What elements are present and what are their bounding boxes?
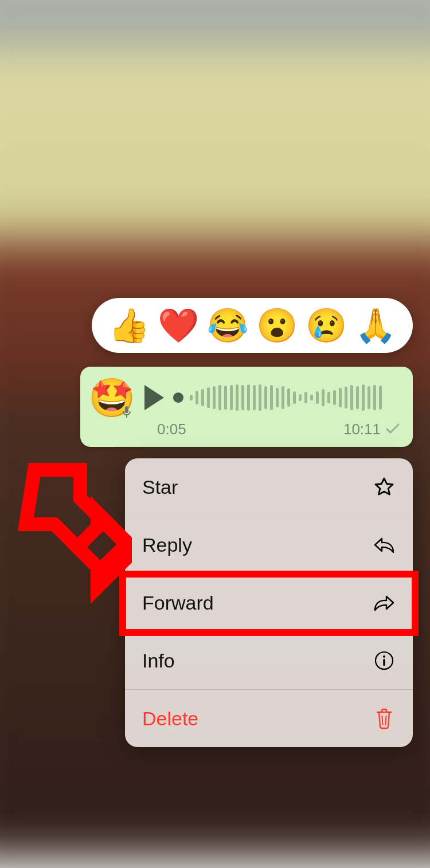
- menu-item-label: Star: [142, 476, 178, 498]
- menu-item-label: Reply: [142, 534, 192, 556]
- play-button[interactable]: [144, 385, 164, 410]
- reaction-thumbs-up[interactable]: 👍: [108, 309, 150, 342]
- svg-marker-7: [77, 513, 132, 587]
- menu-item-label: Forward: [142, 592, 214, 614]
- message-timestamp: 10:11: [343, 421, 381, 438]
- sender-avatar: 🤩: [88, 379, 135, 417]
- annotation-arrow: [11, 458, 132, 607]
- playhead-dot: [173, 392, 183, 403]
- reaction-crying[interactable]: 😢: [306, 309, 347, 342]
- svg-rect-4: [383, 659, 385, 666]
- trash-icon: [373, 707, 396, 730]
- menu-item-star[interactable]: Star: [125, 458, 413, 516]
- menu-item-label: Delete: [142, 708, 198, 730]
- svg-line-5: [382, 716, 383, 725]
- reaction-laughing[interactable]: 😂: [207, 309, 248, 342]
- delivery-check-icon: [385, 421, 400, 438]
- menu-item-info[interactable]: Info: [125, 632, 413, 690]
- menu-item-forward[interactable]: Forward: [125, 574, 413, 632]
- audio-waveform[interactable]: [173, 380, 400, 415]
- svg-point-3: [383, 655, 385, 658]
- reaction-heart[interactable]: ❤️: [158, 309, 199, 342]
- reply-icon: [373, 533, 396, 556]
- voice-message-bubble[interactable]: 🤩: [80, 367, 413, 447]
- voice-duration: 0:05: [157, 421, 186, 438]
- microphone-icon: [122, 406, 132, 420]
- svg-rect-0: [125, 406, 128, 413]
- menu-item-label: Info: [142, 650, 175, 672]
- menu-item-reply[interactable]: Reply: [125, 516, 413, 574]
- reaction-surprised[interactable]: 😮: [256, 309, 298, 342]
- forward-icon: [373, 591, 396, 614]
- reaction-bar: 👍 ❤️ 😂 😮 😢 🙏: [92, 298, 413, 353]
- menu-item-delete[interactable]: Delete: [125, 690, 413, 747]
- star-icon: [373, 476, 396, 498]
- info-icon: [373, 649, 396, 672]
- message-context-menu: Star Reply Forward I: [125, 458, 413, 747]
- reaction-pray[interactable]: 🙏: [355, 309, 396, 342]
- svg-line-6: [386, 716, 386, 725]
